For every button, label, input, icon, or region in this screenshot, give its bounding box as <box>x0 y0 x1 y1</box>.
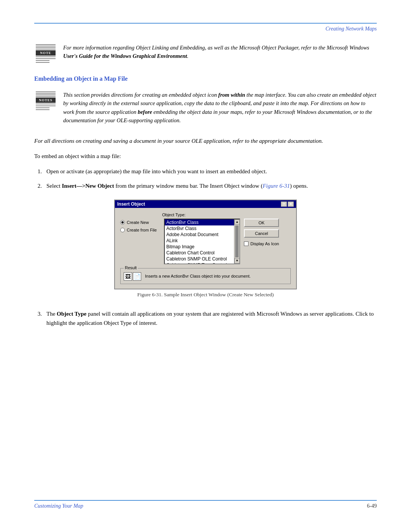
section-heading: Embedding an Object in a Map File <box>34 75 377 82</box>
dialog-titlebar-buttons: ? ✕ <box>281 201 294 207</box>
list-item-1: 1. Open or activate (as appropriate) the… <box>34 167 377 176</box>
note-icon-1: NOTE <box>34 43 57 64</box>
footer-row: Customizing Your Map 6-49 <box>34 503 377 509</box>
display-icon-row: Display As Icon <box>244 241 279 246</box>
ot-list-inner: ActionBvr Class ActorBvr Class Adobe Acr… <box>165 219 234 264</box>
note-line <box>36 104 56 104</box>
scroll-thumb[interactable] <box>235 225 239 257</box>
result-icon: 🖼 📄 <box>124 272 141 281</box>
ot-item-7[interactable]: Cabletron SNMP Trap Control <box>165 262 234 264</box>
scroll-up[interactable]: ▲ <box>234 219 240 225</box>
result-content: 🖼 📄 Inserts a new ActionBvr Class object… <box>124 272 287 281</box>
dialog-main-row: Create New Create from File Acti <box>120 219 291 264</box>
dialog-title: Insert Object <box>117 201 145 207</box>
note-box-2: NOTES This section provides directions f… <box>34 91 377 125</box>
ot-item-3[interactable]: ALink <box>165 238 234 244</box>
object-type-list[interactable]: ActionBvr Class ActorBvr Class Adobe Acr… <box>164 219 240 264</box>
note-line <box>36 107 49 108</box>
result-group: Result 🖼 📄 Inserts a new ActionBvr Class… <box>120 268 291 284</box>
result-label: Result <box>124 265 138 270</box>
note-line <box>36 60 49 61</box>
object-type-label: Object Type: <box>162 212 291 217</box>
note1-text: For more information regarding Object Li… <box>63 43 377 61</box>
note-line <box>36 62 49 63</box>
ot-item-5[interactable]: Cabletron Chart Control <box>165 250 234 256</box>
intro-text: To embed an object within a map file: <box>34 152 377 161</box>
header-rule <box>34 23 377 24</box>
result-icon-piece-2: 📄 <box>133 272 141 281</box>
radio-create-new-label: Create New <box>127 220 149 225</box>
scrollbar[interactable]: ▲ ▼ <box>234 219 239 264</box>
result-text: Inserts a new ActionBvr Class object int… <box>145 273 251 279</box>
note-line <box>36 105 56 106</box>
radio-create-from-file-label: Create from File <box>127 228 157 232</box>
note-lines-1 <box>36 56 56 64</box>
footer-right: 6-49 <box>367 503 377 509</box>
ot-item-2[interactable]: Adobe Acrobat Document <box>165 232 234 238</box>
note-icon-2: NOTES <box>34 91 57 111</box>
help-button[interactable]: ? <box>281 201 287 207</box>
dialog-left: Create New Create from File <box>120 219 160 264</box>
note-icon-top <box>36 43 56 50</box>
list-content-3: The Object Type panel will contain all a… <box>46 309 377 328</box>
result-icon-piece-1: 🖼 <box>124 272 132 281</box>
note-label-2: NOTES <box>36 97 56 103</box>
dialog-right: OK Cancel Display As Icon <box>244 219 279 264</box>
list-number-3: 3. <box>34 309 42 328</box>
ok-button[interactable]: OK <box>244 219 279 227</box>
radio-create-new-circle[interactable] <box>120 220 125 225</box>
radio-create-new[interactable]: Create New <box>120 220 160 225</box>
note-line <box>36 56 56 57</box>
cancel-button[interactable]: Cancel <box>244 229 279 238</box>
note-box-1: NOTE For more information regarding Obje… <box>34 43 377 64</box>
scroll-down[interactable]: ▼ <box>234 258 240 264</box>
figure-link[interactable]: Figure 6-31 <box>263 183 290 189</box>
footer-rule <box>34 500 377 501</box>
note-icon-top-2 <box>36 91 56 97</box>
figure-caption: Figure 6-31. Sample Insert Object Window… <box>137 292 274 298</box>
note-line <box>36 109 49 110</box>
close-button[interactable]: ✕ <box>288 201 294 207</box>
radio-create-from-file[interactable]: Create from File <box>120 228 160 232</box>
header-title: Creating Network Maps <box>34 26 377 32</box>
ot-item-4[interactable]: Bitmap Image <box>165 244 234 250</box>
display-icon-checkbox[interactable] <box>244 241 249 246</box>
ot-item-6[interactable]: Cabletron SNMP OLE Control <box>165 256 234 262</box>
note-line <box>36 58 56 59</box>
italic-paragraph: For all directions on creating and savin… <box>34 136 377 145</box>
dialog-body: Object Type: Create New Create f <box>115 208 296 289</box>
list-item-3: 3. The Object Type panel will contain al… <box>34 309 377 328</box>
list-content-1: Open or activate (as appropriate) the ma… <box>46 167 377 176</box>
note-label-1: NOTE <box>36 50 56 56</box>
note2-text: This section provides directions for cre… <box>63 91 377 125</box>
dialog-wrapper: Insert Object ? ✕ Object Type: <box>34 200 377 305</box>
list-content-2: Select Insert—>New Object from the prima… <box>46 181 377 190</box>
list-number-2: 2. <box>34 181 42 190</box>
list-item-2: 2. Select Insert—>New Object from the pr… <box>34 181 377 190</box>
list-number-1: 1. <box>34 167 42 176</box>
insert-object-dialog: Insert Object ? ✕ Object Type: <box>114 200 297 289</box>
radio-create-from-file-circle[interactable] <box>120 228 125 232</box>
ot-item-0[interactable]: ActionBvr Class <box>165 219 234 225</box>
note-lines-2 <box>36 104 56 111</box>
ot-item-1[interactable]: ActorBvr Class <box>165 225 234 232</box>
display-icon-label: Display As Icon <box>250 241 279 246</box>
dialog-titlebar: Insert Object ? ✕ <box>115 200 296 208</box>
footer-left: Customizing Your Map <box>34 503 83 509</box>
